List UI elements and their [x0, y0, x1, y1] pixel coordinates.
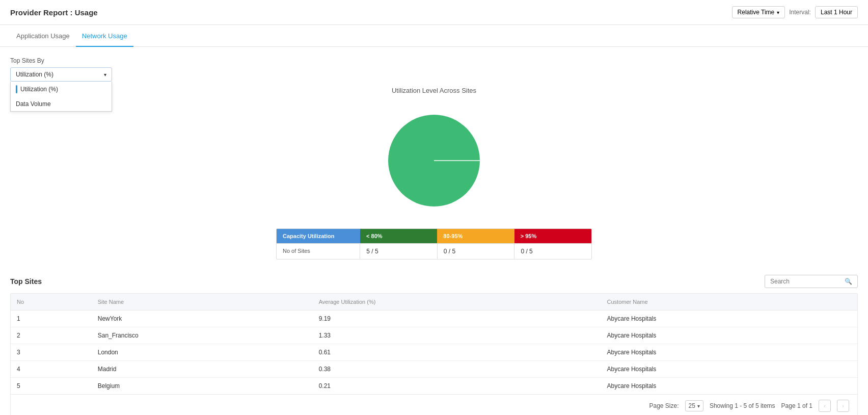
- stats-header-lt80: < 80%: [360, 229, 437, 243]
- cell-no: 1: [11, 310, 92, 327]
- header-controls: Relative Time ▾ Interval: Last 1 Hour: [732, 6, 858, 18]
- pie-chart: [378, 105, 490, 218]
- pagination-bar: Page Size: 25 ▾ Showing 1 - 5 of 5 items…: [11, 394, 857, 415]
- cell-no: 4: [11, 361, 92, 378]
- prev-page-button[interactable]: ‹: [819, 400, 831, 412]
- top-sites-title: Top Sites: [10, 277, 42, 286]
- search-input[interactable]: [770, 278, 842, 285]
- chevron-down-icon: ▾: [777, 10, 779, 15]
- cell-no: 3: [11, 344, 92, 361]
- cell-customer: Abycare Hospitals: [601, 344, 857, 361]
- page-title: Provider Report : Usage: [10, 8, 98, 17]
- main-content: Top Sites By Utilization (%) ▾ Utilizati…: [0, 47, 868, 415]
- stats-value-80-95: 0 / 5: [438, 244, 515, 259]
- cell-customer: Abycare Hospitals: [601, 378, 857, 395]
- table-row: 5 Belgium 0.21 Abycare Hospitals: [11, 378, 857, 395]
- next-page-button[interactable]: ›: [837, 400, 849, 412]
- stats-bar-body: No of Sites 5 / 5 0 / 5 0 / 5: [277, 243, 591, 259]
- dropdown-chevron-icon: ▾: [104, 72, 106, 77]
- metric-dropdown-menu: Utilization (%) Data Volume: [10, 82, 112, 112]
- stats-header-80-95: 80-95%: [437, 229, 514, 243]
- stats-row-label: No of Sites: [277, 244, 360, 259]
- page-label: Page 1 of 1: [781, 402, 812, 409]
- cell-site-name: London: [92, 344, 313, 361]
- cell-no: 5: [11, 378, 92, 395]
- table-row: 4 Madrid 0.38 Abycare Hospitals: [11, 361, 857, 378]
- dropdown-item-data-volume[interactable]: Data Volume: [11, 97, 112, 111]
- tab-network-usage[interactable]: Network Usage: [76, 25, 133, 47]
- metric-dropdown-wrapper: Utilization (%) ▾ Utilization (%) Data V…: [10, 67, 112, 82]
- tab-bar: Application Usage Network Usage: [0, 25, 868, 47]
- page-size-select[interactable]: 25 ▾: [685, 400, 703, 411]
- showing-label: Showing 1 - 5 of 5 items: [710, 402, 775, 409]
- chart-section: Utilization Level Across Sites Capacity …: [10, 87, 858, 260]
- search-icon: 🔍: [845, 278, 852, 285]
- metric-dropdown-button[interactable]: Utilization (%) ▾: [10, 67, 112, 82]
- col-header-avg-util: Average Utilization (%): [313, 294, 601, 310]
- top-sites-header: Top Sites 🔍: [10, 275, 858, 288]
- table-row: 3 London 0.61 Abycare Hospitals: [11, 344, 857, 361]
- table-body: 1 NewYork 9.19 Abycare Hospitals 2 San_F…: [11, 310, 857, 395]
- col-header-customer: Customer Name: [601, 294, 857, 310]
- page-size-label: Page Size:: [649, 402, 679, 409]
- cell-avg-util: 0.21: [313, 378, 601, 395]
- stats-header-gt95: > 95%: [514, 229, 591, 243]
- stats-value-gt95: 0 / 5: [514, 244, 591, 259]
- cell-site-name: San_Francisco: [92, 327, 313, 344]
- dropdown-item-utilization[interactable]: Utilization (%): [11, 82, 112, 97]
- col-header-site-name: Site Name: [92, 294, 313, 310]
- top-sites-by-label: Top Sites By: [10, 57, 858, 64]
- cell-customer: Abycare Hospitals: [601, 361, 857, 378]
- table-row: 2 San_Francisco 1.33 Abycare Hospitals: [11, 327, 857, 344]
- stats-value-lt80: 5 / 5: [360, 244, 438, 259]
- interval-label: Interval:: [789, 9, 811, 16]
- chart-title: Utilization Level Across Sites: [392, 87, 476, 94]
- stats-bar: Capacity Utilization < 80% 80-95% > 95% …: [276, 228, 592, 260]
- cell-customer: Abycare Hospitals: [601, 310, 857, 327]
- top-sites-table-container: No Site Name Average Utilization (%) Cus…: [10, 293, 858, 415]
- cell-avg-util: 1.33: [313, 327, 601, 344]
- last-hour-button[interactable]: Last 1 Hour: [815, 6, 858, 18]
- selected-indicator: [16, 85, 17, 93]
- search-box[interactable]: 🔍: [765, 275, 858, 288]
- cell-no: 2: [11, 327, 92, 344]
- top-sites-table: No Site Name Average Utilization (%) Cus…: [11, 294, 857, 394]
- relative-time-button[interactable]: Relative Time ▾: [732, 6, 785, 18]
- page-header: Provider Report : Usage Relative Time ▾ …: [0, 0, 868, 25]
- table-header-row: No Site Name Average Utilization (%) Cus…: [11, 294, 857, 310]
- cell-site-name: Madrid: [92, 361, 313, 378]
- cell-avg-util: 0.61: [313, 344, 601, 361]
- top-sites-by-section: Top Sites By Utilization (%) ▾ Utilizati…: [10, 57, 858, 82]
- top-sites-section: Top Sites 🔍 No Site Name Average Utiliza…: [10, 275, 858, 415]
- stats-bar-header: Capacity Utilization < 80% 80-95% > 95%: [277, 229, 591, 243]
- cell-avg-util: 9.19: [313, 310, 601, 327]
- cell-avg-util: 0.38: [313, 361, 601, 378]
- col-header-no: No: [11, 294, 92, 310]
- table-row: 1 NewYork 9.19 Abycare Hospitals: [11, 310, 857, 327]
- cell-customer: Abycare Hospitals: [601, 327, 857, 344]
- cell-site-name: NewYork: [92, 310, 313, 327]
- page-size-chevron-icon: ▾: [697, 403, 700, 409]
- stats-header-capacity: Capacity Utilization: [277, 229, 360, 243]
- tab-application-usage[interactable]: Application Usage: [10, 25, 76, 47]
- cell-site-name: Belgium: [92, 378, 313, 395]
- table-head: No Site Name Average Utilization (%) Cus…: [11, 294, 857, 310]
